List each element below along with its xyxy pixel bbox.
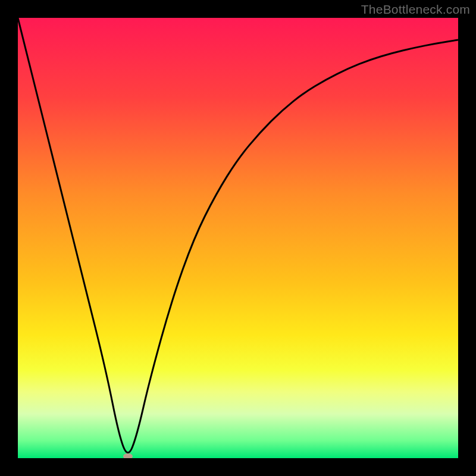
plot-area bbox=[18, 18, 458, 458]
chart-frame: TheBottleneck.com bbox=[0, 0, 476, 476]
curve-layer bbox=[18, 18, 458, 458]
bottleneck-curve-path bbox=[18, 18, 458, 453]
attribution-label: TheBottleneck.com bbox=[361, 2, 470, 17]
valley-marker bbox=[123, 453, 133, 458]
